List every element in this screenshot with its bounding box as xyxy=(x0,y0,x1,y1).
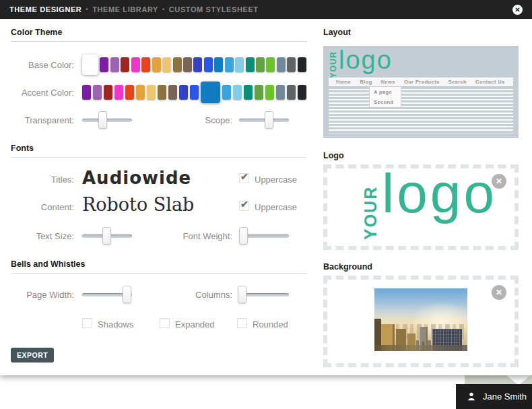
preview-nav: Home Blog News Our Products Search Conta… xyxy=(329,77,513,86)
page-width-slider[interactable] xyxy=(82,286,132,303)
font-weight-label: Font Weight: xyxy=(165,231,232,241)
text-size-slider[interactable] xyxy=(82,227,132,245)
color-swatch[interactable] xyxy=(183,57,192,72)
titles-font-value[interactable]: Audiowide xyxy=(82,168,191,188)
remove-logo-button[interactable]: ✕ xyxy=(492,174,506,189)
base-color-label: Base Color: xyxy=(11,60,74,70)
transparent-label: Transparent: xyxy=(11,115,74,125)
font-weight-slider[interactable] xyxy=(239,227,289,245)
columns-label: Columns: xyxy=(165,290,232,300)
rounded-checkbox[interactable] xyxy=(237,318,247,328)
nav-item-our-products[interactable]: Our Products xyxy=(404,79,440,85)
top-bar: THEME DESIGNER •THEME LIBRARY•CUSTOM STY… xyxy=(0,0,532,19)
color-swatch[interactable] xyxy=(152,57,161,72)
accent-color-swatches xyxy=(82,81,306,104)
preview-logo-word: logo xyxy=(339,50,393,70)
theme-designer-modal: THEME DESIGNER •THEME LIBRARY•CUSTOM STY… xyxy=(0,0,532,375)
slider-thumb[interactable] xyxy=(102,227,111,245)
columns-slider[interactable] xyxy=(239,286,289,303)
logo-dropzone[interactable]: ✕ YOUR logo xyxy=(323,164,519,250)
nav-item-home[interactable]: Home xyxy=(336,79,351,85)
dropdown-item-second[interactable]: Second xyxy=(370,97,401,107)
base-color-swatches xyxy=(82,53,306,76)
shadows-label: Shadows xyxy=(98,319,133,329)
expanded-label: Expanded xyxy=(175,319,215,329)
user-bar[interactable]: Jane Smith xyxy=(456,384,532,409)
color-swatch[interactable] xyxy=(136,85,145,100)
color-swatch[interactable] xyxy=(246,57,255,72)
scope-slider[interactable] xyxy=(239,111,289,129)
layout-heading: Layout xyxy=(323,28,351,37)
layout-preview[interactable]: YOUR logo Home Blog News Our Products Se… xyxy=(323,46,519,138)
dropdown-item-a-page[interactable]: A page xyxy=(370,87,401,97)
color-swatch[interactable] xyxy=(190,85,199,100)
color-swatch[interactable] xyxy=(222,85,231,100)
breadcrumb-item[interactable]: CUSTOM STYLESHEET xyxy=(169,5,259,13)
color-swatch[interactable] xyxy=(121,57,129,72)
color-swatch[interactable] xyxy=(125,85,134,100)
color-swatch[interactable] xyxy=(168,85,177,100)
expanded-checkbox[interactable] xyxy=(160,318,170,328)
transparent-slider[interactable] xyxy=(82,111,132,129)
slider-thumb[interactable] xyxy=(98,111,107,129)
color-swatch[interactable] xyxy=(204,57,213,72)
nav-item-blog[interactable]: Blog xyxy=(360,79,372,85)
color-swatch[interactable] xyxy=(93,85,102,100)
color-swatch[interactable] xyxy=(287,85,296,100)
titles-uppercase-checkbox[interactable] xyxy=(239,173,249,183)
color-swatch[interactable] xyxy=(104,85,112,100)
divider xyxy=(11,157,306,158)
background-dropzone[interactable]: ✕ xyxy=(323,276,519,367)
color-swatch-selected[interactable] xyxy=(201,82,220,103)
shadows-checkbox[interactable] xyxy=(82,318,92,328)
app-title: THEME DESIGNER xyxy=(9,5,81,13)
color-swatch[interactable] xyxy=(277,57,286,72)
nav-item-news[interactable]: News xyxy=(381,79,395,85)
user-icon xyxy=(467,391,476,402)
color-swatch[interactable] xyxy=(266,57,275,72)
titles-uppercase-label: Uppercase xyxy=(255,175,297,185)
export-button[interactable]: EXPORT xyxy=(11,348,54,363)
color-swatch[interactable] xyxy=(298,85,306,100)
color-swatch[interactable] xyxy=(193,57,202,72)
color-swatch[interactable] xyxy=(131,57,140,72)
color-swatch[interactable] xyxy=(265,85,274,100)
slider-thumb[interactable] xyxy=(265,111,273,129)
color-swatch[interactable] xyxy=(276,85,285,100)
color-swatch[interactable] xyxy=(162,57,171,72)
slider-thumb[interactable] xyxy=(239,227,248,245)
content-font-value[interactable]: Roboto Slab xyxy=(82,194,194,215)
page-width-label: Page Width: xyxy=(11,290,74,300)
color-swatch[interactable] xyxy=(256,57,265,72)
color-swatch[interactable] xyxy=(179,85,188,100)
color-swatch[interactable] xyxy=(114,85,123,100)
color-swatch[interactable] xyxy=(244,85,253,100)
color-swatch[interactable] xyxy=(82,85,91,100)
breadcrumb-item[interactable]: THEME LIBRARY xyxy=(92,5,158,13)
slider-thumb[interactable] xyxy=(238,286,246,303)
slider-thumb[interactable] xyxy=(123,286,131,303)
nav-item-contact-us[interactable]: Contact Us xyxy=(475,79,505,85)
remove-background-button[interactable]: ✕ xyxy=(492,285,506,300)
color-swatch[interactable] xyxy=(235,57,244,72)
content-uppercase-checkbox[interactable] xyxy=(239,201,249,211)
breadcrumb-separator: • xyxy=(86,6,88,13)
color-swatch[interactable] xyxy=(173,57,182,72)
color-swatch[interactable] xyxy=(233,85,242,100)
close-icon[interactable]: ✕ xyxy=(512,5,523,15)
color-swatch[interactable] xyxy=(141,57,150,72)
color-swatch[interactable] xyxy=(255,85,263,100)
color-swatch[interactable] xyxy=(147,85,156,100)
background-image-preview xyxy=(374,288,467,351)
color-swatch[interactable] xyxy=(298,57,306,72)
color-swatch[interactable] xyxy=(214,57,223,72)
accent-color-label: Accent Color: xyxy=(11,88,74,98)
color-swatch[interactable] xyxy=(100,57,108,72)
color-swatch[interactable] xyxy=(158,85,166,100)
color-swatch-selected[interactable] xyxy=(82,55,98,75)
color-swatch[interactable] xyxy=(225,57,234,72)
logo-your-text: YOUR xyxy=(361,171,380,240)
nav-item-search[interactable]: Search xyxy=(448,79,467,85)
color-swatch[interactable] xyxy=(110,57,119,72)
color-swatch[interactable] xyxy=(287,57,296,72)
